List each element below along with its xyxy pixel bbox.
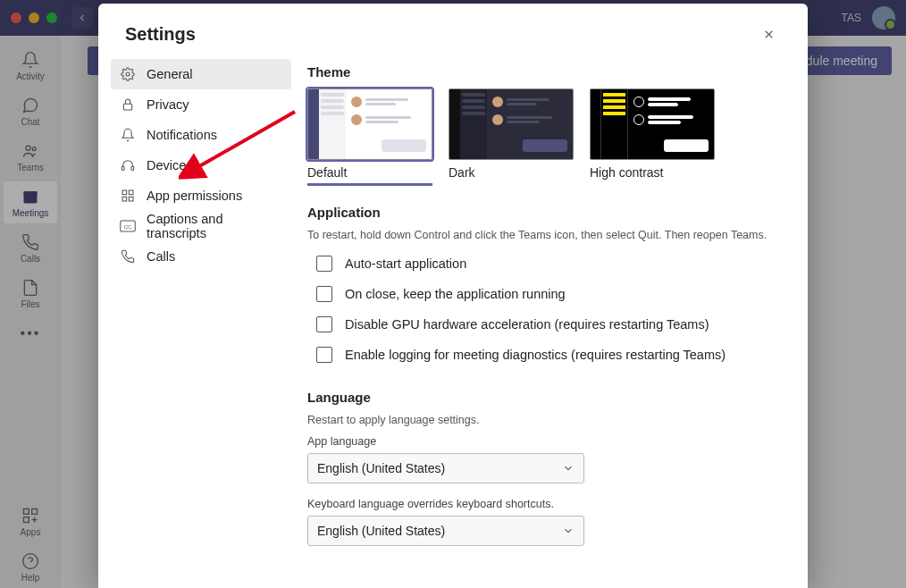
- sidebar-item-label: Notifications: [147, 128, 282, 142]
- svg-rect-19: [122, 197, 127, 201]
- checkbox[interactable]: [316, 286, 332, 302]
- application-note: To restart, hold down Control and click …: [307, 229, 783, 241]
- keyboard-language-select[interactable]: English (United States): [307, 516, 584, 546]
- sidebar-item-notifications[interactable]: Notifications: [111, 120, 291, 150]
- theme-thumb-dark: [449, 88, 574, 160]
- keyboard-language-note: Keyboard language overrides keyboard sho…: [307, 498, 783, 510]
- app-language-select[interactable]: English (United States): [307, 453, 584, 483]
- sidebar-item-label: Devices: [147, 158, 282, 172]
- checkbox-label: On close, keep the application running: [345, 287, 566, 301]
- chevron-down-icon: [562, 462, 575, 475]
- svg-rect-20: [129, 197, 133, 201]
- svg-rect-15: [122, 166, 124, 170]
- bottom-fade: [98, 552, 808, 588]
- checkbox-label: Enable logging for meeting diagnostics (…: [345, 348, 726, 362]
- lock-icon: [120, 97, 136, 112]
- theme-options: Default Dark High contrast: [307, 88, 783, 180]
- app-language-label: App language: [307, 435, 783, 448]
- grid-icon: [120, 189, 136, 203]
- theme-label: Default: [307, 165, 432, 180]
- sidebar-item-app-permissions[interactable]: App permissions: [111, 181, 291, 211]
- theme-option-high-contrast[interactable]: High contrast: [590, 88, 715, 180]
- settings-sidebar: General Privacy Notifications Devices Ap…: [98, 55, 304, 588]
- theme-heading: Theme: [307, 64, 783, 80]
- settings-panel: Theme Default Dark: [304, 55, 808, 588]
- language-note: Restart to apply language settings.: [307, 414, 783, 426]
- checkbox-label: Auto-start application: [345, 256, 466, 271]
- sidebar-item-label: Calls: [147, 249, 282, 264]
- svg-rect-17: [122, 190, 127, 195]
- close-icon: [762, 28, 776, 41]
- select-value: English (United States): [317, 524, 445, 538]
- bell-icon: [120, 128, 136, 142]
- phone-icon: [120, 249, 136, 264]
- sidebar-item-label: General: [147, 67, 282, 81]
- sidebar-item-devices[interactable]: Devices: [111, 150, 291, 181]
- headset-icon: [120, 158, 136, 172]
- sidebar-item-captions[interactable]: CC Captions and transcripts: [111, 211, 291, 241]
- sidebar-item-label: Privacy: [147, 97, 282, 112]
- close-button[interactable]: [756, 21, 781, 46]
- checkbox[interactable]: [316, 256, 332, 272]
- theme-thumb-default: [307, 88, 432, 160]
- svg-text:CC: CC: [124, 224, 132, 230]
- sidebar-item-label: Captions and transcripts: [147, 212, 282, 240]
- checkbox-label: Disable GPU hardware acceleration (requi…: [345, 317, 709, 332]
- checkbox[interactable]: [316, 347, 332, 363]
- sidebar-item-calls[interactable]: Calls: [111, 241, 291, 272]
- cc-icon: CC: [120, 220, 136, 232]
- theme-label: Dark: [449, 165, 574, 180]
- settings-modal: Settings General Privacy Notifications D…: [98, 4, 808, 588]
- sidebar-item-general[interactable]: General: [111, 59, 291, 89]
- chevron-down-icon: [562, 525, 575, 537]
- theme-thumb-high-contrast: [590, 88, 715, 160]
- select-value: English (United States): [317, 461, 445, 475]
- check-on-close[interactable]: On close, keep the application running: [307, 281, 783, 311]
- check-disable-gpu[interactable]: Disable GPU hardware acceleration (requi…: [307, 311, 783, 341]
- svg-point-13: [126, 72, 130, 76]
- theme-option-default[interactable]: Default: [307, 88, 432, 186]
- checkbox[interactable]: [316, 316, 332, 332]
- svg-rect-18: [129, 190, 133, 195]
- application-heading: Application: [307, 205, 783, 220]
- svg-rect-14: [123, 104, 131, 110]
- theme-label: High contrast: [590, 165, 715, 180]
- language-heading: Language: [307, 390, 783, 405]
- sidebar-item-privacy[interactable]: Privacy: [111, 89, 291, 120]
- sidebar-item-label: App permissions: [147, 189, 282, 203]
- modal-title: Settings: [125, 24, 196, 45]
- svg-rect-16: [131, 166, 134, 170]
- check-autostart[interactable]: Auto-start application: [307, 250, 783, 281]
- check-logging[interactable]: Enable logging for meeting diagnostics (…: [307, 341, 783, 372]
- theme-option-dark[interactable]: Dark: [449, 88, 574, 180]
- gear-icon: [120, 67, 136, 81]
